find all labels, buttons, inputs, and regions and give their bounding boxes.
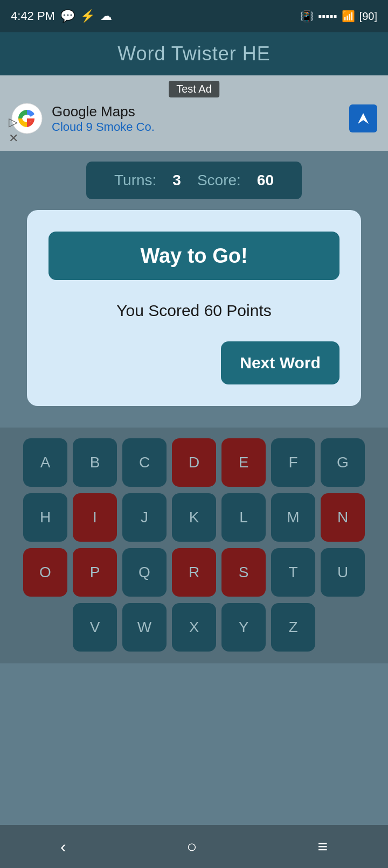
key-g[interactable]: G (321, 438, 365, 487)
usb-icon: ⚡ (80, 9, 95, 23)
nav-bar: ‹ ○ ≡ (0, 825, 388, 868)
key-m[interactable]: M (271, 493, 315, 542)
ad-play-icon[interactable]: ▷ (9, 115, 18, 129)
key-h[interactable]: H (23, 493, 67, 542)
key-e[interactable]: E (221, 438, 266, 487)
key-l[interactable]: L (221, 493, 266, 542)
ad-close-icon[interactable]: ✕ (9, 131, 18, 145)
key-t[interactable]: T (271, 548, 315, 597)
ad-banner: Test Ad Google Maps Cloud 9 Smoke Co. ▷ … (0, 75, 388, 151)
app-title: Word Twister HE (117, 43, 271, 65)
status-right: 📳 ▪▪▪▪▪ 📶 [90] (300, 10, 377, 23)
battery-display: [90] (359, 10, 377, 23)
vibrate-icon: 📳 (300, 10, 314, 23)
key-f[interactable]: F (271, 438, 315, 487)
key-q[interactable]: Q (122, 548, 167, 597)
svg-marker-1 (358, 113, 369, 124)
title-bar: Word Twister HE (0, 32, 388, 75)
menu-button[interactable]: ≡ (301, 831, 344, 862)
key-u[interactable]: U (321, 548, 365, 597)
keyboard-row-1: HIJKLMN (5, 493, 383, 542)
cloud-icon: ☁ (100, 9, 112, 23)
key-k[interactable]: K (172, 493, 216, 542)
wifi-icon: 📶 (342, 10, 355, 23)
keyboard-row-0: ABCDEFG (5, 438, 383, 487)
key-s[interactable]: S (221, 548, 266, 597)
key-b[interactable]: B (73, 438, 117, 487)
key-p[interactable]: P (73, 548, 117, 597)
key-r[interactable]: R (172, 548, 216, 597)
turns-value: 3 (172, 172, 181, 189)
way-to-go-button[interactable]: Way to Go! (48, 232, 340, 280)
key-o[interactable]: O (23, 548, 67, 597)
score-bar: Turns: 3 Score: 60 (86, 162, 302, 199)
keyboard-area: ABCDEFGHIJKLMNOPQRSTUVWXYZ (0, 428, 388, 663)
key-d[interactable]: D (172, 438, 216, 487)
score-value: 60 (257, 172, 274, 189)
keyboard-row-3: VWXYZ (5, 603, 383, 652)
key-w[interactable]: W (122, 603, 167, 652)
ad-label: Test Ad (169, 81, 219, 97)
key-x[interactable]: X (172, 603, 216, 652)
result-popup: Way to Go! You Scored 60 Points Next Wor… (27, 210, 361, 406)
status-left: 4:42 PM 💬 ⚡ ☁ (11, 9, 112, 23)
status-bar: 4:42 PM 💬 ⚡ ☁ 📳 ▪▪▪▪▪ 📶 [90] (0, 0, 388, 32)
next-word-button[interactable]: Next Word (221, 341, 340, 384)
ad-direction-icon[interactable] (349, 104, 377, 132)
signal-icon: ▪▪▪▪▪ (318, 10, 337, 23)
ad-text: Google Maps Cloud 9 Smoke Co. (52, 103, 341, 134)
turns-label: Turns: (114, 172, 156, 189)
home-button[interactable]: ○ (170, 831, 213, 862)
key-z[interactable]: Z (271, 603, 315, 652)
key-j[interactable]: J (122, 493, 167, 542)
key-i[interactable]: I (73, 493, 117, 542)
key-c[interactable]: C (122, 438, 167, 487)
whatsapp-icon: 💬 (60, 9, 75, 23)
key-y[interactable]: Y (221, 603, 266, 652)
key-a[interactable]: A (23, 438, 67, 487)
score-message: You Scored 60 Points (48, 302, 340, 320)
key-v[interactable]: V (73, 603, 117, 652)
ad-controls[interactable]: ▷ ✕ (9, 115, 18, 145)
ad-content: Google Maps Cloud 9 Smoke Co. (11, 102, 377, 135)
score-label: Score: (197, 172, 241, 189)
ad-location: Cloud 9 Smoke Co. (52, 120, 341, 134)
time-display: 4:42 PM (11, 9, 55, 23)
ad-advertiser: Google Maps (52, 103, 341, 120)
keyboard-row-2: OPQRSTU (5, 548, 383, 597)
back-button[interactable]: ‹ (44, 831, 82, 862)
key-n[interactable]: N (321, 493, 365, 542)
